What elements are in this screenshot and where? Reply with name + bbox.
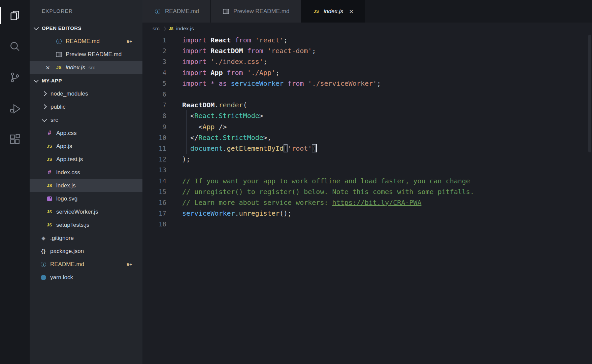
code-token: [215, 79, 219, 87]
breadcrumb-folder[interactable]: src: [153, 26, 160, 32]
code-line-text[interactable]: import App from './App';: [166, 69, 279, 77]
code-line[interactable]: 17serviceWorker.unregister();: [142, 208, 592, 219]
extensions-icon[interactable]: [0, 124, 30, 155]
code-line[interactable]: 1import React from 'react';: [142, 35, 592, 45]
code-line-text[interactable]: // Learn more about service workers: htt…: [166, 198, 421, 207]
tree-file-index-js[interactable]: JSindex.js: [30, 179, 142, 192]
code-line[interactable]: 9 <App />: [142, 121, 592, 132]
chevron-down-icon: [42, 117, 47, 122]
tab-index-js[interactable]: JSindex.js×: [301, 0, 365, 23]
tree-file-setuptests-js[interactable]: JSsetupTests.js: [30, 218, 142, 231]
tab-readme-md[interactable]: iREADME.md: [142, 0, 211, 23]
code-token: render: [219, 101, 243, 109]
open-editor-item[interactable]: ×JSindex.jssrc: [30, 61, 142, 74]
code-line[interactable]: 18: [142, 219, 592, 229]
code-line[interactable]: 11 document.getElementById('root'): [142, 143, 592, 154]
open-editors-header[interactable]: OPEN EDITORS: [30, 22, 142, 35]
code-line-text[interactable]: document.getElementById('root'): [166, 144, 317, 152]
code-token: .: [235, 209, 239, 217]
code-line-text[interactable]: );: [166, 155, 190, 163]
file-label: App.test.js: [56, 156, 83, 163]
code-line[interactable]: 2import ReactDOM from 'react-dom';: [142, 45, 592, 56]
tree-folder-node-modules[interactable]: node_modules: [30, 87, 142, 100]
code-line-text[interactable]: import * as serviceWorker from './servic…: [166, 79, 381, 87]
js-icon: JS: [46, 143, 53, 150]
search-icon[interactable]: [0, 31, 30, 62]
source-control-icon[interactable]: [0, 62, 30, 93]
code-line-text[interactable]: import ReactDOM from 'react-dom';: [166, 47, 316, 55]
code-token: >,: [263, 134, 271, 142]
tree-file-app-js[interactable]: JSApp.js: [30, 140, 142, 153]
folder-label: public: [51, 104, 65, 110]
run-debug-icon[interactable]: [0, 93, 30, 124]
code-line[interactable]: 3import './index.css';: [142, 56, 592, 67]
code-token: from: [227, 69, 243, 77]
code-line[interactable]: 15// unregister() to register() below. N…: [142, 186, 592, 197]
code-token: [263, 47, 267, 55]
preview-icon: [222, 8, 230, 15]
file-label: index.css: [56, 169, 80, 176]
yarn-icon: [40, 274, 47, 281]
tree-file-yarn-lock[interactable]: yarn.lock: [30, 271, 142, 284]
code-line[interactable]: 7ReactDOM.render(: [142, 100, 592, 110]
tree-folder-public[interactable]: public: [30, 100, 142, 113]
open-editor-item[interactable]: iREADME.md9+: [30, 35, 142, 48]
code-line-text[interactable]: <App />: [166, 123, 227, 131]
comment-link[interactable]: https://bit.ly/CRA-PWA: [332, 198, 422, 207]
line-number: 5: [142, 80, 166, 87]
tab-label: index.js: [324, 8, 343, 15]
code-line[interactable]: 6: [142, 89, 592, 100]
code-line-text[interactable]: <React.StrictMode>: [166, 112, 263, 120]
code-line[interactable]: 12);: [142, 154, 592, 165]
code-line[interactable]: 14// If you want your app to work offlin…: [142, 175, 592, 186]
code-line-text[interactable]: serviceWorker.unregister();: [166, 209, 292, 217]
open-editor-item[interactable]: Preview README.md: [30, 48, 142, 61]
code-token: [227, 79, 231, 87]
tree-file--gitignore[interactable]: ◆.gitignore: [30, 231, 142, 245]
close-icon[interactable]: ×: [43, 64, 53, 71]
code-line-text[interactable]: </React.StrictMode>,: [166, 134, 271, 142]
tree-file-serviceworker-js[interactable]: JSserviceWorker.js: [30, 205, 142, 218]
code-token: from: [247, 47, 263, 55]
tree-file-package-json[interactable]: {}package.json: [30, 245, 142, 258]
file-label: App.js: [56, 143, 72, 150]
code-token: React.StrictMode: [198, 134, 263, 142]
file-tree: node_modulespublicsrc#App.cssJSApp.jsJSA…: [30, 87, 142, 284]
line-number: 11: [142, 145, 166, 152]
code-line-text[interactable]: // If you want your app to work offline …: [166, 177, 470, 185]
code-editor[interactable]: 1import React from 'react';2import React…: [142, 35, 592, 364]
tree-file-index-css[interactable]: #index.css: [30, 166, 142, 179]
code-token: [206, 79, 210, 87]
open-editor-label: README.md: [66, 38, 100, 45]
code-token: 'root': [288, 144, 312, 152]
open-editor-description: src: [89, 65, 95, 70]
code-line[interactable]: 8 <React.StrictMode>: [142, 110, 592, 121]
code-line[interactable]: 4import App from './App';: [142, 67, 592, 78]
tab-preview-readme-md[interactable]: Preview README.md: [211, 0, 301, 23]
code-line[interactable]: 10 </React.StrictMode>,: [142, 132, 592, 143]
file-label: yarn.lock: [50, 274, 73, 281]
scrollbar-thumb[interactable]: [588, 35, 591, 152]
tree-file-logo-svg[interactable]: logo.svg: [30, 192, 142, 205]
code-token: // If you want your app to work offline …: [182, 177, 470, 185]
code-line[interactable]: 13: [142, 165, 592, 175]
breadcrumb-file[interactable]: index.js: [176, 26, 194, 32]
code-line-text[interactable]: ReactDOM.render(: [166, 101, 247, 109]
tree-folder-src[interactable]: src: [30, 113, 142, 126]
chevron-down-icon: [34, 25, 39, 30]
tree-file-app-test-js[interactable]: JSApp.test.js: [30, 153, 142, 166]
code-token: App: [202, 123, 215, 131]
code-line-text[interactable]: import './index.css';: [166, 58, 267, 66]
tab-close-icon[interactable]: ×: [349, 8, 353, 15]
code-line-text[interactable]: import React from 'react';: [166, 36, 288, 44]
tree-file-readme-md[interactable]: iREADME.md9+: [30, 258, 142, 271]
tree-file-app-css[interactable]: #App.css: [30, 126, 142, 140]
code-line[interactable]: 16// Learn more about service workers: h…: [142, 197, 592, 208]
code-line[interactable]: 5import * as serviceWorker from './servi…: [142, 78, 592, 89]
line-number: 4: [142, 69, 166, 76]
svg-shape: [47, 196, 52, 201]
code-line-text[interactable]: // unregister() to register() below. Not…: [166, 188, 474, 196]
file-label: package.json: [50, 248, 84, 255]
project-header[interactable]: MY-APP: [30, 74, 142, 87]
explorer-icon[interactable]: [0, 0, 30, 31]
